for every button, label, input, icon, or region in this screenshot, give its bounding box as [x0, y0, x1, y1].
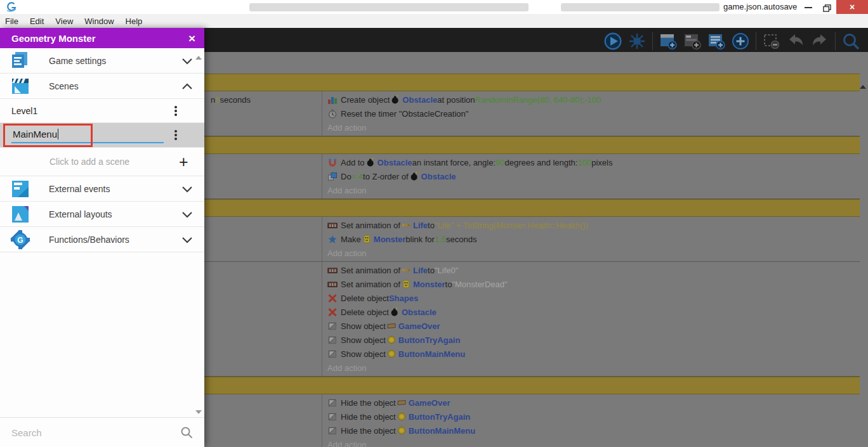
text-segment: Obstacle — [402, 308, 437, 317]
close-icon[interactable]: × — [188, 32, 195, 44]
add-action-button[interactable]: Add action — [327, 437, 860, 447]
force-icon — [327, 158, 338, 167]
debug-icon — [628, 42, 647, 53]
chevron-down-icon[interactable] — [181, 235, 193, 244]
preview-button[interactable] — [603, 32, 622, 51]
add-event-button[interactable] — [659, 32, 678, 51]
debug-button[interactable] — [628, 32, 647, 51]
action-line[interactable]: Hide the object ButtonTryAgain — [327, 410, 860, 424]
menu-window[interactable]: Window — [79, 16, 119, 26]
menu-edit[interactable]: Edit — [24, 16, 49, 26]
conditions-cell[interactable] — [204, 217, 322, 261]
text-segment: Delete object — [341, 294, 389, 303]
action-line[interactable]: Delete object Obstacle — [327, 305, 860, 319]
sidebar-item-external-events[interactable]: External events — [0, 176, 204, 202]
game-over-icon — [387, 321, 396, 330]
conditions-cell[interactable] — [204, 154, 322, 198]
scroll-up-icon[interactable] — [195, 56, 202, 60]
game-settings-icon — [9, 51, 32, 71]
condition-line: n 5 seconds — [211, 93, 322, 107]
chevron-down-icon[interactable] — [181, 56, 193, 65]
restore-button[interactable] — [823, 3, 831, 11]
action-line[interactable]: Hide the object ButtonMainMenu — [327, 424, 860, 437]
action-line[interactable]: Hide the object GameOver — [327, 396, 860, 410]
action-line[interactable]: Reset the timer "ObstacleCreation" — [327, 107, 860, 120]
chevron-down-icon[interactable] — [181, 185, 193, 193]
comment-row[interactable] — [204, 136, 860, 154]
project-manager-scrollbar[interactable] — [194, 53, 203, 417]
text-segment: GameOver — [409, 398, 450, 408]
visibility-icon — [327, 398, 338, 408]
create-object-icon — [327, 95, 338, 105]
add-scene-button[interactable]: Click to add a scene + — [0, 148, 204, 176]
action-line[interactable]: Show object ButtonMainMenu — [327, 347, 860, 361]
text-segment: 5 — [215, 95, 220, 105]
search-input[interactable] — [11, 427, 180, 438]
remove-event-icon — [762, 42, 781, 53]
event-row[interactable]: Hide the object GameOverHide the object … — [204, 394, 860, 447]
actions-cell[interactable]: Set animation of Life to "Life" + ToStri… — [322, 217, 860, 261]
conditions-cell[interactable] — [204, 394, 322, 447]
event-row[interactable]: Set animation of Life to "Life0"Set anim… — [204, 262, 860, 377]
event-row[interactable]: Set animation of Life to "Life" + ToStri… — [204, 217, 860, 262]
action-line[interactable]: Show object GameOver — [327, 319, 860, 333]
scene-options-icon[interactable] — [173, 128, 179, 142]
action-line[interactable]: Set animation of Life to "Life" + ToStri… — [327, 218, 860, 232]
scene-options-icon[interactable] — [173, 104, 179, 118]
search-events-button[interactable] — [841, 32, 860, 51]
add-action-button[interactable]: Add action — [327, 246, 860, 260]
chevron-up-icon[interactable] — [181, 82, 193, 91]
menu-file[interactable]: File — [5, 16, 24, 26]
comment-row[interactable] — [204, 377, 860, 394]
conditions-cell[interactable]: n 5 seconds — [204, 91, 322, 136]
undo-button[interactable] — [786, 32, 805, 51]
add-action-button[interactable]: Add action — [327, 361, 860, 375]
scroll-up-icon[interactable] — [860, 85, 866, 89]
close-window-button[interactable]: × — [836, 0, 868, 14]
add-more-button[interactable] — [731, 32, 750, 51]
button-icon — [397, 426, 406, 435]
action-line[interactable]: Make Monster blink for 1.5 seconds — [327, 232, 860, 246]
comment-row[interactable] — [204, 199, 860, 217]
scroll-down-icon[interactable] — [195, 410, 202, 414]
sidebar-item-game-settings[interactable]: Game settings — [0, 48, 204, 74]
action-line[interactable]: Add to Obstacle an instant force, angle:… — [327, 155, 860, 169]
conditions-cell[interactable] — [204, 262, 322, 376]
action-line[interactable]: Create object Obstacle at position Rando… — [327, 93, 860, 107]
actions-cell[interactable]: Create object Obstacle at position Rando… — [322, 91, 860, 136]
chevron-down-icon[interactable] — [181, 210, 193, 219]
action-line[interactable]: Set animation of Life to "Life0" — [327, 263, 860, 277]
event-row[interactable]: Add to Obstacle an instant force, angle:… — [204, 154, 860, 199]
text-segment: n — [211, 95, 215, 105]
actions-cell[interactable]: Add to Obstacle an instant force, angle:… — [322, 154, 860, 198]
comment-row[interactable] — [204, 74, 860, 91]
add-subevent-button[interactable] — [683, 32, 702, 51]
text-segment: = 4 — [352, 172, 363, 181]
add-action-button[interactable]: Add action — [327, 183, 860, 197]
menu-view[interactable]: View — [49, 16, 79, 26]
delete-icon — [327, 308, 338, 317]
search-icon[interactable] — [180, 426, 193, 439]
actions-cell[interactable]: Hide the object GameOverHide the object … — [322, 394, 860, 447]
action-line[interactable]: Delete object Shapes — [327, 291, 860, 305]
text-segment: at position — [437, 95, 475, 105]
delete-event-button[interactable] — [762, 32, 781, 51]
sidebar-item-external-layouts[interactable]: External layouts — [0, 202, 204, 227]
minimize-button[interactable] — [805, 7, 812, 8]
redo-button[interactable] — [810, 32, 829, 51]
scene-item-editing[interactable]: MainMenu — [0, 123, 204, 148]
scene-item-level1[interactable]: Level1 — [0, 99, 204, 123]
sidebar-item-scenes[interactable]: Scenes — [0, 74, 204, 99]
actions-cell[interactable]: Set animation of Life to "Life0"Set anim… — [322, 262, 860, 376]
sidebar-item-functions-behaviors[interactable]: G Functions/Behaviors — [0, 227, 204, 252]
event-row[interactable]: n 5 secondsCreate object Obstacle at pos… — [204, 91, 860, 136]
menu-help[interactable]: Help — [120, 16, 148, 26]
action-line[interactable]: Show object ButtonTryAgain — [327, 333, 860, 347]
add-action-button[interactable]: Add action — [327, 120, 860, 134]
game-over-icon — [397, 398, 406, 407]
add-comment-button[interactable] — [707, 32, 726, 51]
project-manager-header: Geometry Monster × — [0, 28, 204, 48]
action-line[interactable]: Do = 4 to Z-order of Obstacle — [327, 169, 860, 183]
action-line[interactable]: Set animation of Monster to "MonsterDead… — [327, 277, 860, 291]
scene-name-input[interactable]: MainMenu — [13, 129, 58, 139]
